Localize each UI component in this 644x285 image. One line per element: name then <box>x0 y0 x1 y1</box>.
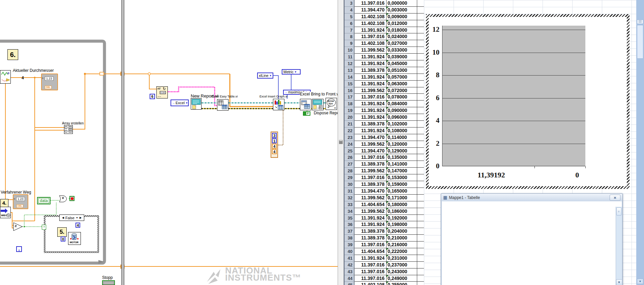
cell-b[interactable]: 0,192000 <box>387 215 417 222</box>
close-icon[interactable]: ✕ <box>610 195 620 201</box>
cell-c[interactable] <box>417 121 424 127</box>
cell-a[interactable]: 11.399.562 <box>355 208 387 215</box>
table-row[interactable]: 4111.391.9240,231000 <box>344 255 424 262</box>
cell-a[interactable]: 11.394.470 <box>355 188 387 195</box>
row-header[interactable]: 44 <box>344 275 355 282</box>
cell-b[interactable]: 0,108000 <box>387 127 417 134</box>
cell-a[interactable]: 11.397.016 <box>355 33 387 40</box>
cell-c[interactable] <box>417 134 424 141</box>
daq-subvi-icon[interactable] <box>0 70 11 84</box>
row-header[interactable]: 24 <box>344 141 355 148</box>
cell-a[interactable]: 11.391.924 <box>355 54 387 60</box>
table-row[interactable]: 1111.391.9240,039000 <box>344 54 424 60</box>
cell-a[interactable]: 11.389.378 <box>355 67 387 74</box>
cluster-value[interactable]: 4 <box>272 144 277 149</box>
row-header[interactable]: 45 <box>344 282 355 285</box>
cell-a[interactable]: 11.399.562 <box>355 195 387 201</box>
cell-b[interactable]: 0,003000 <box>387 7 417 13</box>
excel-window-scrollbar[interactable]: ▼ <box>636 0 644 285</box>
verfahrener-weg-indicator[interactable]: ▹ 1.23 DBL <box>13 194 28 209</box>
row-header[interactable]: 7 <box>344 27 355 34</box>
cell-c[interactable] <box>417 67 424 74</box>
cell-b[interactable]: 0,255000 <box>387 282 417 285</box>
table-row[interactable]: 911.402.1080,027000 <box>344 40 424 47</box>
cell-c[interactable] <box>417 262 424 268</box>
table-row[interactable]: 2811.399.5620,147000 <box>344 168 424 174</box>
excel-insert-graph-node[interactable]: ↘ <box>273 99 284 110</box>
cell-a[interactable]: 11.389.378 <box>355 121 387 127</box>
cell-b[interactable]: 0,147000 <box>387 168 417 174</box>
table-row[interactable]: 1011.399.5620,033000 <box>344 47 424 54</box>
cell-b[interactable]: 0,033000 <box>387 47 417 54</box>
row-header[interactable]: 25 <box>344 148 355 154</box>
cluster-value[interactable]: 1 <box>272 138 277 143</box>
row-header[interactable]: 3 <box>344 0 355 7</box>
cell-b[interactable]: 0,114000 <box>387 134 417 141</box>
mappe-table[interactable]: ≡ ▼ ◀ |||| ▶ <box>442 201 622 285</box>
cell-a[interactable]: 11.391.924 <box>355 107 387 114</box>
cell-c[interactable] <box>417 7 424 13</box>
table-row[interactable]: 411.394.4700,003000 <box>344 7 424 13</box>
sequence-structure-border[interactable] <box>121 0 124 285</box>
cell-b[interactable]: 0,129000 <box>387 148 417 154</box>
cell-c[interactable] <box>417 154 424 161</box>
metric-enum-constant[interactable]: Metric▼ <box>282 69 301 75</box>
cell-b[interactable]: 0,090000 <box>387 107 417 114</box>
row-header[interactable]: 36 <box>344 221 355 228</box>
cell-a[interactable]: 11.391.924 <box>355 255 387 262</box>
cell-c[interactable] <box>417 241 424 248</box>
cell-a[interactable]: 11.391.924 <box>355 81 387 87</box>
row-header[interactable]: 32 <box>344 195 355 201</box>
cell-b[interactable]: 0,084000 <box>387 101 417 107</box>
cell-b[interactable]: 0,096000 <box>387 114 417 121</box>
table-row[interactable]: 811.397.0160,024000 <box>344 33 424 40</box>
row-header[interactable]: 12 <box>344 60 355 67</box>
cell-c[interactable] <box>417 101 424 107</box>
cell-a[interactable]: 11.402.108 <box>355 282 387 285</box>
row-header[interactable]: 27 <box>344 161 355 168</box>
constant-4[interactable]: 4 <box>75 223 80 228</box>
table-row[interactable]: 4011.404.6540,222000 <box>344 248 424 255</box>
cell-b[interactable]: 0,237000 <box>387 262 417 268</box>
table-row[interactable]: 611.402.1080,012000 <box>344 20 424 27</box>
cell-c[interactable] <box>417 221 424 228</box>
table-row[interactable]: 3911.397.0160,216000 <box>344 241 424 248</box>
row-header[interactable]: 19 <box>344 107 355 114</box>
cell-b[interactable]: 0,063000 <box>387 81 417 87</box>
case-structure[interactable]: ◀False▼▶ 5. 4 0 MOTOR ? <box>44 215 99 253</box>
table-row[interactable]: 3611.391.9240,198000 <box>344 221 424 228</box>
mappe-datasheet-window[interactable]: ▦ Mappe1 - Tabelle ✕ ≡ ▼ ◀ |||| ▶ <box>441 193 623 285</box>
table-row[interactable]: 1211.391.9240,045000 <box>344 60 424 67</box>
cell-c[interactable] <box>417 255 424 262</box>
table-row[interactable]: 3011.389.3780,159000 <box>344 181 424 188</box>
cell-b[interactable]: 0,120000 <box>387 141 417 148</box>
row-header[interactable]: 16 <box>344 87 355 94</box>
table-row[interactable]: 311.397.0160,000000 <box>344 0 424 7</box>
table-row[interactable]: 2311.394.4700,114000 <box>344 134 424 141</box>
row-header[interactable]: 9 <box>344 40 355 47</box>
cell-a[interactable]: 11.404.654 <box>355 248 387 255</box>
cell-a[interactable]: 11.391.924 <box>355 127 387 134</box>
cell-b[interactable]: 0,057000 <box>387 74 417 81</box>
cell-b[interactable]: 0,039000 <box>387 54 417 60</box>
cell-b[interactable]: 0,141000 <box>387 161 417 168</box>
cell-b[interactable]: 0,198000 <box>387 221 417 228</box>
cell-b[interactable]: 0,009000 <box>387 13 417 20</box>
row-header[interactable]: 26 <box>344 154 355 161</box>
scroll-down-icon[interactable]: ▼ <box>616 279 622 285</box>
cell-c[interactable] <box>417 40 424 47</box>
row-header[interactable]: 17 <box>344 94 355 101</box>
row-header[interactable]: 8 <box>344 33 355 40</box>
cell-c[interactable] <box>417 94 424 101</box>
row-header[interactable]: 13 <box>344 67 355 74</box>
cell-b[interactable]: 0,243000 <box>387 268 417 275</box>
table-row[interactable]: 3311.404.6540,180000 <box>344 201 424 208</box>
cell-b[interactable]: 0,051000 <box>387 67 417 74</box>
table-row[interactable]: 1611.399.5620,072000 <box>344 87 424 94</box>
cell-b[interactable]: 0,018000 <box>387 27 417 34</box>
row-header[interactable]: 4 <box>344 7 355 13</box>
row-header[interactable]: 30 <box>344 181 355 188</box>
table-row[interactable]: 1711.397.0160,078000 <box>344 94 424 101</box>
table-row[interactable]: 1511.391.9240,063000 <box>344 81 424 87</box>
cell-c[interactable] <box>417 20 424 27</box>
